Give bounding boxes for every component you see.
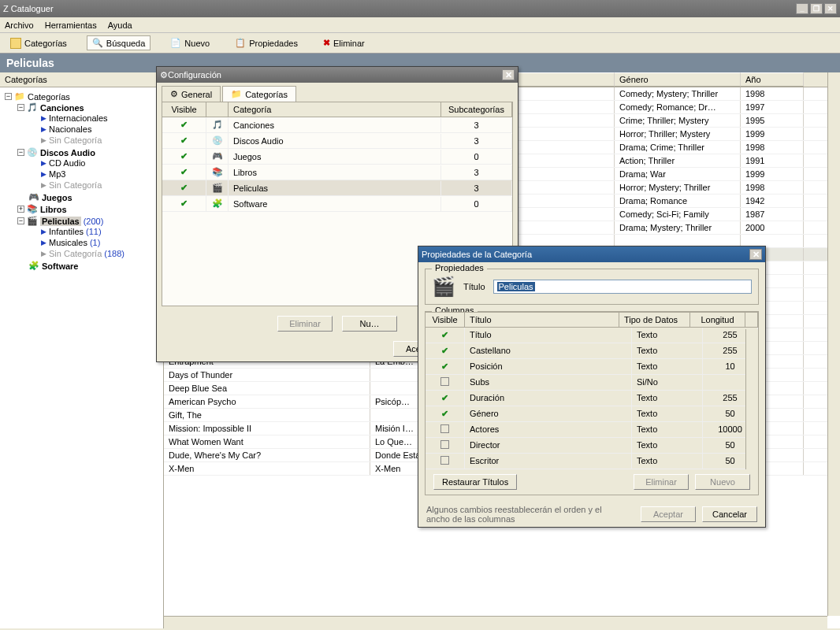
checkbox-icon[interactable]: ✔ (441, 361, 448, 371)
tree-item-juegos[interactable]: Juegos (42, 193, 72, 202)
cfg-row[interactable]: ✔🎵Canciones3 (162, 117, 512, 133)
tree-item-discos[interactable]: Discos Audio (40, 148, 95, 158)
col-titulo[interactable]: Título (465, 312, 619, 328)
config-dialog-titlebar[interactable]: ⚙ Configuración ✕ (157, 67, 518, 83)
tree-item[interactable]: CD Audio (49, 158, 85, 168)
tool-categorias[interactable]: Categorías (5, 35, 72, 51)
scrollbar-vertical[interactable] (827, 72, 840, 616)
tree-expander[interactable]: − (5, 93, 12, 100)
tree-item-canciones[interactable]: Canciones (40, 103, 84, 113)
restore-titles-button[interactable]: Restaurar Títulos (433, 474, 517, 490)
col-genero[interactable]: Género (615, 72, 741, 87)
column-row[interactable]: ✔DuraciónTexto255 (426, 391, 758, 406)
tab-general[interactable]: ⚙General (162, 86, 221, 102)
new-icon: 📄 (170, 38, 181, 48)
scrollbar-horizontal[interactable] (164, 616, 827, 628)
tree-item[interactable]: Sin Categoría (49, 180, 102, 190)
minimize-button[interactable]: _ (796, 3, 808, 14)
tool-busqueda[interactable]: 🔍Búsqueda (87, 35, 151, 50)
column-row[interactable]: ✔GéneroTexto50 (426, 406, 758, 422)
tree-item[interactable]: Internacionales (49, 113, 108, 123)
titulo-label: Título (463, 282, 485, 291)
tree-item[interactable]: Nacionales (49, 124, 91, 134)
cfg-col-subcategorias[interactable]: Subcategorías (441, 102, 512, 117)
category-tree[interactable]: −📁Categorías −🎵Canciones ▶Internacionale… (0, 87, 163, 276)
folder-icon (10, 38, 21, 49)
props-scrollbar[interactable] (745, 329, 758, 469)
book-icon: 📚 (27, 204, 38, 214)
col-longitud[interactable]: Longitud (690, 312, 745, 328)
tree-item[interactable]: Musicales (49, 238, 87, 247)
cfg-col-visible[interactable]: Visible (162, 102, 206, 117)
tool-propiedades[interactable]: 📋Propiedades (229, 35, 303, 50)
folder-icon: 📁 (231, 89, 242, 99)
checkbox-icon[interactable]: ✔ (441, 330, 448, 339)
col-nuevo-button[interactable]: Nuevo (695, 474, 750, 490)
menu-bar: Archivo Herramientas Ayuda (0, 17, 840, 33)
checkbox-icon[interactable] (440, 456, 449, 465)
menu-archivo[interactable]: Archivo (5, 20, 34, 30)
checkbox-icon[interactable]: ✔ (441, 393, 448, 402)
props-dialog-titlebar[interactable]: Propiedades de la Categoría ✕ (418, 246, 765, 262)
column-row[interactable]: ✔CastellanoTexto255 (426, 343, 758, 359)
cfg-row[interactable]: ✔🎬Peliculas3 (162, 180, 512, 196)
cfg-row[interactable]: ✔🎮Juegos0 (162, 149, 512, 165)
close-button[interactable]: ✕ (824, 3, 837, 14)
film-icon: 🎬 (27, 216, 38, 226)
checkbox-icon[interactable] (440, 377, 449, 386)
checkbox-icon[interactable]: ✔ (180, 167, 188, 176)
config-close-button[interactable]: ✕ (502, 69, 515, 80)
checkbox-icon[interactable]: ✔ (441, 346, 448, 355)
search-icon: 🔍 (92, 38, 103, 48)
tree-item-peliculas[interactable]: Peliculas (40, 217, 81, 226)
tree-expander[interactable]: + (17, 206, 24, 213)
checkbox-icon[interactable]: ✔ (180, 198, 188, 208)
col-visible[interactable]: Visible (426, 312, 465, 328)
tree-item-libros[interactable]: Libros (40, 205, 67, 214)
cfg-row[interactable]: ✔💿Discos Audio3 (162, 133, 512, 149)
column-row[interactable]: ActoresTexto10000 (426, 422, 758, 438)
tree-item[interactable]: Infantiles (49, 227, 84, 236)
checkbox-icon[interactable]: ✔ (441, 409, 448, 418)
tree-item[interactable]: Mp3 (49, 169, 65, 179)
tree-item-software[interactable]: Software (42, 261, 78, 271)
checkbox-icon[interactable]: ✔ (180, 183, 188, 192)
menu-ayuda[interactable]: Ayuda (108, 20, 132, 30)
maximize-button[interactable]: ❐ (810, 3, 823, 14)
tree-expander[interactable]: − (17, 104, 24, 111)
config-eliminar-button[interactable]: Eliminar (277, 316, 333, 332)
config-nueva-button[interactable]: Nu… (342, 316, 397, 332)
film-icon: 🎬 (212, 183, 223, 192)
column-row[interactable]: ✔TítuloTexto255 (426, 328, 758, 343)
menu-herramientas[interactable]: Herramientas (45, 20, 97, 30)
cfg-col-categoria[interactable]: Categoría (229, 102, 441, 117)
col-tipo[interactable]: Tipo de Datos (619, 312, 690, 328)
props-close-button[interactable]: ✕ (749, 249, 762, 260)
column-row[interactable]: ✔PosiciónTexto10 (426, 359, 758, 375)
checkbox-icon[interactable] (440, 440, 449, 449)
tool-nuevo[interactable]: 📄Nuevo (165, 35, 215, 50)
col-ano[interactable]: Año (741, 72, 804, 87)
group-legend: Propiedades (432, 263, 487, 272)
tree-expander[interactable]: − (17, 217, 24, 224)
cfg-row[interactable]: ✔🧩Software0 (162, 196, 512, 212)
tab-categorias[interactable]: 📁Categorías (222, 86, 296, 102)
tree-item[interactable]: Sin Categoría (49, 249, 102, 258)
tree-expander[interactable]: − (17, 149, 24, 156)
props-cancelar-button[interactable]: Cancelar (702, 506, 757, 522)
checkbox-icon[interactable] (440, 424, 449, 433)
props-aceptar-button[interactable]: Aceptar (641, 506, 696, 522)
titulo-input[interactable]: Peliculas (493, 280, 752, 294)
music-icon: 🎵 (27, 102, 38, 113)
column-row[interactable]: SubsSi/No (426, 375, 758, 391)
col-eliminar-button[interactable]: Eliminar (634, 474, 689, 490)
column-row[interactable]: EscritorTexto50 (426, 454, 758, 469)
tool-eliminar[interactable]: ✖Eliminar (318, 35, 370, 50)
checkbox-icon[interactable]: ✔ (180, 120, 188, 129)
checkbox-icon[interactable]: ✔ (180, 135, 188, 145)
column-row[interactable]: DirectorTexto50 (426, 438, 758, 454)
checkbox-icon[interactable]: ✔ (180, 151, 188, 161)
props-group-propiedades: Propiedades 🎬 Título Peliculas (425, 269, 759, 305)
tree-item[interactable]: Sin Categoría (49, 135, 102, 145)
cfg-row[interactable]: ✔📚Libros3 (162, 165, 512, 180)
